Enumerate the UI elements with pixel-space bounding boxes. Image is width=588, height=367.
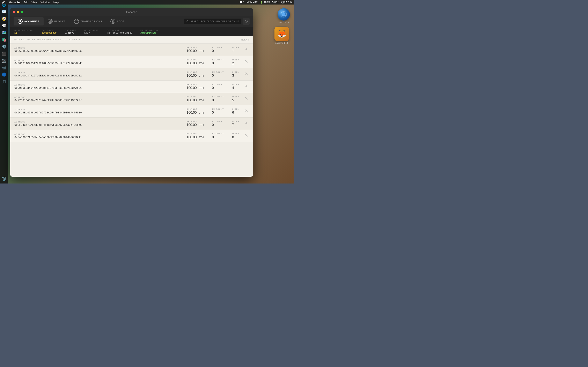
account-meta: BALANCE 100.00 ETH TX COUNT 0 INDEX 8 <box>187 133 239 139</box>
wechat-icon: 💬 1 <box>240 1 245 4</box>
search-input[interactable] <box>190 20 239 23</box>
ganache-app-panel[interactable]: 🦊 Ganache 1.1.0 <box>273 27 290 44</box>
dock-music[interactable]: 🎵 <box>1 78 7 85</box>
txcount-value: 0 <box>212 61 224 65</box>
index-value: 7 <box>232 123 239 127</box>
account-meta: BALANCE 100.00 ETH TX COUNT 0 INDEX 5 <box>187 96 239 102</box>
apple-menu-icon[interactable]: ⌘ <box>2 0 5 4</box>
dock-appstore[interactable]: 🛍️ <box>1 37 7 43</box>
account-info: ADDRESS 0x06161AC7051798248fb535879c12f1… <box>14 59 183 65</box>
dock-maps[interactable]: 🗺️ <box>1 30 7 36</box>
txcount-group: TX COUNT 0 <box>212 120 224 127</box>
account-meta-partial: INDEX 0 <box>241 39 249 41</box>
nav-accounts[interactable]: ACCOUNTS <box>14 17 44 25</box>
dock: 🌐 ✉️ 🧭 💬 🗺️ 🛍️ ⚙️ ⬛ 📷 📹 🔵 🎵 🗑️ <box>0 0 8 184</box>
account-address: 0xfa6D6C7AE50bc24CA36bEE09bd0208fdB26BDA… <box>14 136 183 139</box>
dock-safari[interactable]: 🧭 <box>1 16 7 22</box>
svg-point-30 <box>245 97 246 99</box>
dock-trash[interactable]: 🗑️ <box>1 176 7 182</box>
nav-blocks[interactable]: BLOCKS <box>44 17 70 25</box>
balance-label: BALANCE <box>187 83 204 85</box>
key-button[interactable] <box>244 59 249 65</box>
balance-group: BALANCE 100.00 ETH <box>187 96 204 102</box>
txcount-group: TX COUNT 0 <box>212 133 224 139</box>
help-menu[interactable]: Help <box>53 1 59 4</box>
logs-icon <box>110 19 115 24</box>
svg-point-22 <box>245 73 246 74</box>
index-value: 1 <box>232 49 239 53</box>
key-button[interactable] <box>244 96 249 102</box>
key-button[interactable] <box>244 83 249 90</box>
txcount-group: TX COUNT 0 <box>212 83 224 90</box>
svg-point-14 <box>245 48 246 50</box>
mist-app-icon[interactable]: Mist 0.10.0 <box>277 8 290 24</box>
account-info: ADDRESS 0xB603e062e5E99529C4A4389eA7DD9A… <box>14 47 183 53</box>
index-label: INDEX <box>232 46 239 49</box>
dock-camera[interactable]: 📷 <box>1 58 7 64</box>
key-button[interactable] <box>244 120 249 127</box>
txcount-group: TX COUNT 0 <box>212 71 224 77</box>
table-row: ADDRESS 0x8F34C772Ae4d0c8F454C56f0cE07Ce… <box>10 117 253 130</box>
view-menu[interactable]: View <box>32 1 37 4</box>
dock-system[interactable]: ⚙️ <box>1 43 7 50</box>
txcount-label: TX COUNT <box>212 71 224 73</box>
txcount-label: TX COUNT <box>212 59 224 61</box>
settings-button[interactable] <box>243 18 250 25</box>
nav-transactions[interactable]: TRANSACTIONS <box>70 17 106 25</box>
traffic-lights <box>13 11 23 13</box>
account-info: ADDRESS 0x72631D468ba70B1244fE43b26D85b7… <box>14 96 183 102</box>
address-label: ADDRESS <box>14 96 183 98</box>
rpc-server-value: HTTP://127.0.0.1:7545 <box>107 32 132 34</box>
balance-label: BALANCE <box>187 96 204 98</box>
dock-messages[interactable]: 💬 <box>1 23 7 29</box>
battery-indicator: 🔋 100% <box>260 1 270 4</box>
window-menu[interactable]: Window <box>41 1 50 4</box>
index-group: INDEX 6 <box>232 108 239 115</box>
balance-value: 100.00 ETH <box>187 74 204 77</box>
close-button[interactable] <box>13 11 15 13</box>
address-label: ADDRESS <box>14 121 183 123</box>
account-meta: BALANCE 100.00 ETH TX COUNT 0 INDEX 6 <box>187 108 239 115</box>
dock-facetime[interactable]: 📹 <box>1 65 7 71</box>
table-row: ADDRESS 0x9965b2da64c296f2D5370789FFcBFC… <box>10 81 253 93</box>
key-button[interactable] <box>244 46 249 53</box>
svg-point-2 <box>19 20 21 22</box>
accounts-icon <box>18 19 23 24</box>
fullscreen-button[interactable] <box>21 11 23 13</box>
index-label: INDEX <box>232 71 239 73</box>
search-box[interactable] <box>184 19 241 24</box>
account-info-partial: 0xc26ad91f4Fa7B4B243d4EdB20B7A1d90F8d3..… <box>14 39 237 41</box>
address-label: ADDRESS <box>14 108 183 110</box>
edit-menu[interactable]: Edit <box>24 1 28 4</box>
svg-line-12 <box>188 22 189 22</box>
account-meta: BALANCE 100.00 ETH TX COUNT 0 INDEX 4 <box>187 83 239 90</box>
address-label: ADDRESS <box>14 72 183 74</box>
gas-price-label: GAS PRICE <box>42 29 57 31</box>
svg-point-34 <box>245 110 246 111</box>
network-id-value: 5777 <box>84 32 99 34</box>
table-row: ADDRESS 0xfa6D6C7AE50bc24CA36bEE09bd0208… <box>10 130 253 142</box>
rpc-server-label: RPC SERVER <box>107 29 132 31</box>
balance-label: BALANCE <box>187 133 204 135</box>
minimize-button[interactable] <box>17 11 19 13</box>
key-button[interactable] <box>244 108 249 115</box>
balance-group: BALANCE 100.00 ETH <box>187 108 204 115</box>
svg-rect-5 <box>49 22 50 23</box>
balance-group: BALANCE 100.00 ETH <box>187 120 204 127</box>
dock-mail[interactable]: ✉️ <box>1 9 7 15</box>
balance-group: BALANCE 100.00 ETH <box>187 133 204 139</box>
account-meta: BALANCE 100.00 ETH TX COUNT 0 INDEX 7 <box>187 120 239 127</box>
key-button[interactable] <box>244 133 249 139</box>
transactions-label: TRANSACTIONS <box>81 20 102 23</box>
balance-value: 100.00 ETH <box>187 123 204 127</box>
txcount-value: 0 <box>212 99 224 102</box>
key-button[interactable] <box>244 71 249 77</box>
nav-logs[interactable]: LOGS <box>106 17 129 25</box>
index-value: 4 <box>232 86 239 90</box>
account-info: ADDRESS 0x4Cc00e3F9167c0E0A75cee07114628… <box>14 72 183 77</box>
window-titlebar: Ganache <box>10 8 253 16</box>
balance-value: 100.00 ETH <box>187 135 204 139</box>
txcount-value: 0 <box>212 49 224 53</box>
dock-terminal[interactable]: ⬛ <box>1 50 7 57</box>
dock-chrome[interactable]: 🔵 <box>1 72 7 78</box>
